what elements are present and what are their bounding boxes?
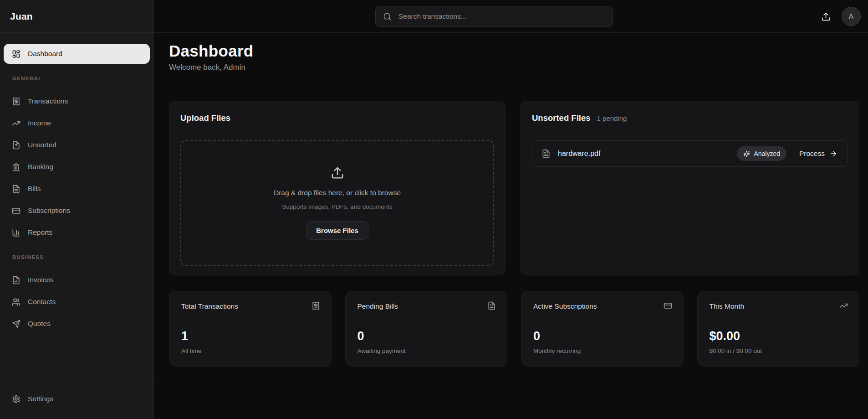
search-bar	[375, 6, 613, 27]
stat-title: Active Subscriptions	[533, 302, 671, 310]
sidebar-item-label: Banking	[28, 163, 53, 171]
stat-title: Pending Bills	[357, 302, 495, 310]
sidebar-item-quotes[interactable]: Quotes	[4, 314, 150, 334]
sidebar-header: Juan	[0, 0, 153, 33]
stat-subtitle: Monthly recurring	[533, 347, 671, 354]
sidebar-item-banking[interactable]: Banking	[4, 157, 150, 177]
file-dropzone[interactable]: Drag & drop files here, or click to brow…	[180, 140, 494, 266]
stat-value: 0	[357, 330, 495, 343]
send-icon	[12, 320, 20, 328]
sidebar-section-general: GENERAL	[4, 76, 150, 81]
stat-card-this-month: This Month $0.00 $0.00 in / $0.00 out	[697, 291, 860, 367]
sidebar-item-label: Income	[28, 119, 51, 127]
cards-row: Upload Files Drag & drop files here, or …	[169, 101, 859, 275]
dashboard-icon	[12, 50, 20, 58]
upload-icon	[331, 166, 344, 180]
gear-icon	[12, 395, 20, 403]
sidebar-nav: Dashboard GENERAL Transactions Income Un…	[0, 33, 153, 383]
sidebar-footer: Settings	[0, 383, 153, 419]
dropzone-text: Drag & drop files here, or click to brow…	[274, 189, 401, 197]
search-icon	[383, 12, 392, 21]
sidebar-item-bills[interactable]: Bills	[4, 179, 150, 199]
avatar-initial: A	[848, 12, 853, 21]
sidebar-item-settings[interactable]: Settings	[4, 389, 150, 409]
dropzone-subtext: Supports images, PDFs, and documents	[282, 203, 392, 210]
file-name: hardware.pdf	[558, 150, 600, 158]
sidebar-item-label: Invoices	[28, 276, 54, 284]
upload-files-card: Upload Files Drag & drop files here, or …	[169, 101, 505, 275]
topbar: A	[154, 0, 868, 33]
sidebar-item-unsorted[interactable]: Unsorted	[4, 135, 150, 155]
process-button[interactable]: Process	[798, 150, 838, 158]
file-text-icon	[487, 301, 496, 310]
receipt-icon	[311, 301, 320, 310]
receipt-icon	[12, 97, 20, 106]
main-content: Dashboard Welcome back, Admin Upload Fil…	[154, 33, 868, 419]
sidebar-item-label: Settings	[28, 395, 53, 403]
sidebar-item-transactions[interactable]: Transactions	[4, 91, 150, 111]
search-input[interactable]	[398, 12, 605, 21]
sidebar-item-label: Unsorted	[28, 141, 56, 149]
upload-icon	[821, 12, 831, 21]
sidebar-item-income[interactable]: Income	[4, 113, 150, 133]
sidebar-item-label: Quotes	[28, 320, 51, 328]
stats-row: Total Transactions 1 All time Pending Bi…	[169, 291, 859, 367]
stat-title: This Month	[710, 302, 848, 310]
stat-subtitle: Awaiting payment	[357, 347, 495, 354]
sidebar-section-business: BUSINESS	[4, 254, 150, 260]
sidebar: Juan Dashboard GENERAL Transactions Inco…	[0, 0, 154, 419]
pending-count: 1 pending	[597, 114, 627, 122]
sidebar-item-subscriptions[interactable]: Subscriptions	[4, 201, 150, 221]
stat-card-pending-bills: Pending Bills 0 Awaiting payment	[345, 291, 508, 367]
sidebar-item-contacts[interactable]: Contacts	[4, 292, 150, 312]
sidebar-item-label: Reports	[28, 228, 52, 237]
avatar[interactable]: A	[842, 7, 861, 26]
upload-card-title: Upload Files	[180, 113, 494, 123]
file-text-icon	[541, 149, 551, 158]
stat-subtitle: $0.00 in / $0.00 out	[710, 347, 848, 354]
trending-up-icon	[12, 119, 20, 128]
page-title: Dashboard	[169, 41, 859, 61]
analyzed-badge: Analyzed	[737, 146, 786, 161]
stat-subtitle: All time	[181, 347, 319, 354]
bank-icon	[12, 163, 20, 171]
stat-value: $0.00	[710, 330, 848, 343]
sparkles-icon	[743, 150, 750, 157]
sidebar-item-label: Transactions	[28, 97, 68, 105]
sidebar-item-label: Subscriptions	[28, 207, 70, 215]
stat-card-total-transactions: Total Transactions 1 All time	[169, 291, 332, 367]
sidebar-item-label: Bills	[28, 185, 41, 193]
sidebar-item-label: Dashboard	[28, 50, 62, 58]
upload-button[interactable]	[819, 10, 832, 23]
file-check-icon	[12, 276, 20, 285]
credit-card-icon	[12, 207, 20, 215]
trending-up-icon	[839, 301, 848, 310]
app-window: Juan Dashboard GENERAL Transactions Inco…	[0, 0, 868, 419]
app-logo: Juan	[10, 11, 33, 22]
sidebar-item-label: Contacts	[28, 298, 56, 306]
stat-title: Total Transactions	[181, 302, 319, 310]
unsorted-card-header: Unsorted Files 1 pending	[532, 113, 848, 123]
arrow-right-icon	[829, 150, 837, 158]
stat-value: 1	[181, 330, 319, 343]
topbar-actions: A	[819, 0, 861, 33]
file-text-icon	[12, 185, 20, 193]
sidebar-item-dashboard[interactable]: Dashboard	[4, 44, 150, 64]
users-icon	[12, 298, 20, 306]
file-row: hardware.pdf Analyzed Process	[532, 140, 848, 167]
badge-label: Analyzed	[754, 150, 780, 157]
unsorted-card-title: Unsorted Files	[532, 113, 591, 123]
stat-card-active-subscriptions: Active Subscriptions 0 Monthly recurring	[521, 291, 684, 367]
process-label: Process	[799, 150, 825, 158]
sidebar-item-reports[interactable]: Reports	[4, 222, 150, 243]
page-subtitle: Welcome back, Admin	[169, 62, 859, 73]
sidebar-item-invoices[interactable]: Invoices	[4, 270, 150, 290]
unsorted-files-card: Unsorted Files 1 pending hardware.pdf An…	[521, 101, 859, 275]
browse-files-button[interactable]: Browse Files	[306, 221, 368, 240]
bar-chart-icon	[12, 228, 20, 237]
credit-card-icon	[664, 301, 672, 310]
file-question-icon	[12, 141, 20, 150]
stat-value: 0	[533, 330, 671, 343]
